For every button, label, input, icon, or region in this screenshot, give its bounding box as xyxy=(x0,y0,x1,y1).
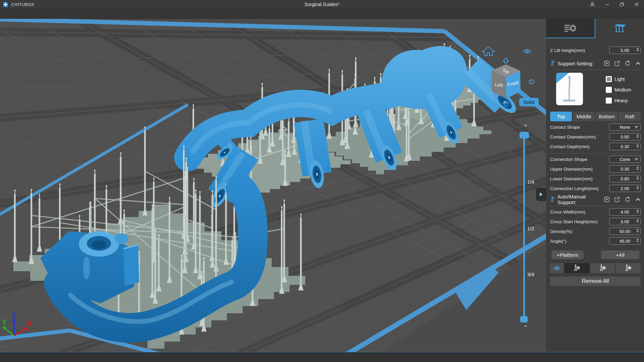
support-part-tab-middle[interactable]: Middle xyxy=(573,112,595,121)
home-icon[interactable] xyxy=(482,47,494,56)
input-cross-width-mm[interactable]: 4.00 xyxy=(609,208,641,216)
field-row-cross-start-height-mm: Cross Start Height(mm)3.00 xyxy=(550,218,641,226)
spinner-arrows[interactable] xyxy=(636,238,639,242)
checkbox-medium[interactable] xyxy=(606,87,612,93)
input-angle[interactable]: 45.00 xyxy=(609,237,641,245)
restore-button[interactable] xyxy=(614,0,629,9)
support-density-option-light: Light xyxy=(606,76,631,82)
eye-icon xyxy=(553,266,560,271)
close-button[interactable] xyxy=(629,0,644,9)
delete-support-mode-button[interactable] xyxy=(590,263,615,273)
field-row-contact-diameter-mm: Contact Diameter(mm)0.50 xyxy=(550,133,641,141)
3d-viewport[interactable]: Z X Y xyxy=(0,19,546,352)
support-part-tab-raft[interactable]: Raft xyxy=(619,112,641,121)
spinner-arrows[interactable] xyxy=(636,176,639,180)
add-support-mode-button[interactable] xyxy=(565,263,589,273)
support-density-option-medium: Medium xyxy=(606,86,631,93)
remove-all-button[interactable]: Remove All xyxy=(550,277,641,286)
field-value: Cone xyxy=(620,157,630,162)
collapse-section-icon[interactable] xyxy=(635,198,641,201)
input-lower-diameter-mm[interactable]: 0.80 xyxy=(609,175,641,182)
slice-settings-icon xyxy=(563,23,578,34)
cube-left-label: Left xyxy=(495,82,503,88)
tab-support-settings[interactable] xyxy=(595,19,644,38)
slice-slider-upper-handle[interactable] xyxy=(520,132,529,138)
support-edit-icon xyxy=(624,264,633,272)
support-settings-icon xyxy=(612,23,627,34)
support-setting-header: Support Setting: xyxy=(550,60,641,67)
spinner-arrows[interactable] xyxy=(636,166,639,170)
support-part-tab-top[interactable]: Top xyxy=(550,112,572,121)
field-row-connection-length-mm: Connection Length(mm)2.00 xyxy=(550,184,641,192)
support-pin-icon xyxy=(550,196,555,202)
slice-slider-track[interactable] xyxy=(523,135,525,318)
input-connection-length-mm[interactable]: 2.00 xyxy=(609,185,641,192)
dropdown-contact-shape[interactable]: None xyxy=(609,123,641,131)
import-profile-icon[interactable] xyxy=(604,60,610,66)
export-profile-icon[interactable] xyxy=(614,60,620,66)
input-density[interactable]: 50.00 xyxy=(609,228,641,235)
title-bar: CHITUBOX Surgical Guides* xyxy=(0,0,644,9)
collapse-arrow-icon xyxy=(539,192,543,197)
spinner-arrows[interactable] xyxy=(636,219,639,223)
view-eye-icon[interactable] xyxy=(523,50,531,53)
reset-icon[interactable] xyxy=(625,196,631,202)
z-lift-input[interactable]: 5.00 xyxy=(609,47,641,54)
app-name: CHITUBOX xyxy=(11,2,35,7)
checkbox-light[interactable] xyxy=(606,76,612,82)
import-profile-icon[interactable] xyxy=(604,196,610,202)
edit-support-mode-button[interactable] xyxy=(616,263,641,273)
tab-slice-settings[interactable] xyxy=(546,19,595,38)
input-upper-diameter-mm[interactable]: 0.30 xyxy=(609,165,641,173)
rotate-right-arrow-icon[interactable] xyxy=(529,79,534,84)
export-profile-icon[interactable] xyxy=(614,196,620,202)
settings-panel: Z Lift Height(mm) 5.00 Support Setting: xyxy=(546,19,644,352)
support-part-tab-bottom[interactable]: Bottom xyxy=(596,112,618,121)
slice-slider-lower-handle[interactable] xyxy=(520,316,528,322)
field-value: 50.00 xyxy=(620,229,631,234)
support-density-option-heavy: Heavy xyxy=(606,97,631,104)
support-pin-icon xyxy=(550,60,555,66)
z-lift-spinner[interactable] xyxy=(636,48,639,52)
field-row-cross-width-mm: Cross Width(mm)4.00 xyxy=(550,208,641,216)
orientation-cube[interactable]: Top Left Front xyxy=(491,64,521,99)
slice-up-chevron-icon[interactable]: ⌄ xyxy=(522,123,529,127)
spinner-arrows[interactable] xyxy=(636,144,639,148)
spinner-arrows[interactable] xyxy=(636,134,639,138)
spinner-arrows[interactable] xyxy=(636,186,639,190)
rotate-down-arrow-icon[interactable] xyxy=(503,101,508,106)
document-title: Surgical Guides* xyxy=(0,2,644,7)
input-cross-start-height-mm[interactable]: 3.00 xyxy=(609,218,641,225)
divider xyxy=(550,153,641,154)
support-delete-icon xyxy=(598,264,607,272)
field-label: Lower Diameter(mm) xyxy=(550,176,593,181)
add-platform-supports-button[interactable]: +Platform xyxy=(551,250,584,259)
axis-y-label: Y xyxy=(2,318,7,326)
spinner-arrows[interactable] xyxy=(636,229,639,233)
account-icon[interactable] xyxy=(585,0,600,9)
field-row-connection-shape: Connection ShapeCone xyxy=(550,155,641,163)
slice-down-chevron-icon[interactable]: ⌃ xyxy=(522,326,529,330)
add-all-supports-button[interactable]: +All xyxy=(601,250,639,259)
rotate-left-arrow-icon[interactable] xyxy=(484,79,489,84)
render-mode-badge[interactable]: Solid xyxy=(519,98,539,106)
checkbox-heavy[interactable] xyxy=(606,98,612,104)
checkbox-label: Light xyxy=(614,76,625,82)
collapse-section-icon[interactable] xyxy=(635,62,641,65)
input-contact-depth-mm[interactable]: 0.30 xyxy=(609,143,641,150)
panel-collapse-tab[interactable] xyxy=(536,188,546,201)
toggle-supports-visibility-button[interactable] xyxy=(550,263,564,273)
field-row-contact-depth-mm: Contact Depth(mm)0.30 xyxy=(550,142,641,150)
auto-manual-header: Auto/Manual Support: xyxy=(550,196,641,203)
z-lift-row: Z Lift Height(mm) 5.00 xyxy=(550,46,641,54)
input-contact-diameter-mm[interactable]: 0.50 xyxy=(609,133,641,140)
field-value: None xyxy=(620,125,630,130)
spinner-arrows[interactable] xyxy=(636,209,639,213)
reset-icon[interactable] xyxy=(625,60,631,66)
rotate-up-arrow-icon[interactable] xyxy=(503,58,508,63)
field-value: 4.00 xyxy=(621,209,629,215)
dropdown-connection-shape[interactable]: Cone xyxy=(609,156,641,163)
minimize-button[interactable] xyxy=(600,0,614,9)
field-value: 3.00 xyxy=(621,219,629,224)
chitubox-logo-icon xyxy=(3,2,8,7)
